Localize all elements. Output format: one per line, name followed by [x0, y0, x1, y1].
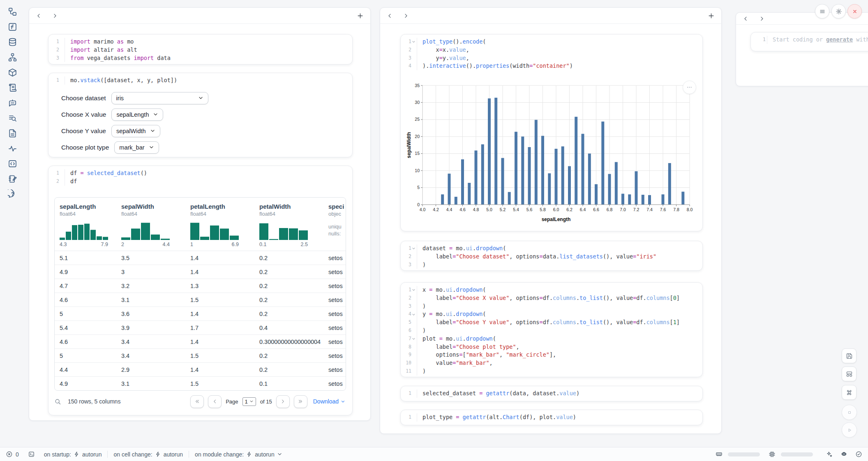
- cell-empty-scratch[interactable]: 1 Start coding or generate with: [750, 32, 868, 51]
- code-editor[interactable]: 1selected_dataset = getattr(data, datase…: [401, 386, 702, 401]
- code-line[interactable]: 8 label="Choose plot type",: [401, 343, 702, 351]
- download-button[interactable]: Download: [313, 398, 345, 405]
- column-header-speci[interactable]: speciobjecuniqunulls:: [328, 203, 346, 251]
- code-editor[interactable]: 1import marimo as mo2import altair as al…: [48, 35, 352, 65]
- first-page-button[interactable]: [190, 395, 204, 408]
- cell-chart[interactable]: 1plot_type().encode(2 x=x.value,3 y=y.va…: [400, 34, 703, 231]
- code-line[interactable]: 3 y=y.value,: [401, 54, 702, 62]
- scratchpad-icon[interactable]: [8, 174, 17, 184]
- table-row[interactable]: 4.63.11.50.2setos: [55, 293, 346, 307]
- table-row[interactable]: 4.63.41.40.30000000000000004setos: [55, 335, 346, 349]
- y-value-select[interactable]: sepalWidth: [111, 125, 160, 137]
- code-editor[interactable]: 1df = selected_dataset()2df: [48, 166, 352, 189]
- collapse-left-button[interactable]: [387, 13, 393, 19]
- packages-icon[interactable]: [8, 68, 17, 77]
- altair-bar-chart[interactable]: 4.04.24.44.64.85.05.25.45.65.86.06.26.46…: [406, 80, 696, 224]
- last-page-button[interactable]: [294, 395, 307, 408]
- cell-xy-plot-dropdowns[interactable]: 1x = mo.ui.dropdown(2 label="Choose X va…: [400, 282, 703, 377]
- save-button[interactable]: [842, 348, 856, 363]
- tracebacks-icon[interactable]: [8, 113, 17, 123]
- cell-plot-type[interactable]: 1plot_type = getattr(alt.Chart(df), plot…: [400, 410, 703, 425]
- fold-chevron-icon[interactable]: [412, 337, 416, 341]
- code-line[interactable]: 1selected_dataset = getattr(data, datase…: [401, 390, 702, 398]
- prev-page-button[interactable]: [208, 395, 222, 408]
- documentation-icon[interactable]: [8, 129, 17, 138]
- code-editor[interactable]: 1plot_type().encode(2 x=x.value,3 y=y.va…: [401, 35, 702, 74]
- functions-icon[interactable]: [8, 22, 17, 32]
- autorun-config-item[interactable]: on cell change:autorun: [113, 451, 183, 458]
- ai-sparkles-icon[interactable]: [826, 451, 833, 458]
- collapse-right-button[interactable]: [52, 13, 58, 19]
- fold-chevron-icon[interactable]: [412, 288, 416, 292]
- column-header-petalWidth[interactable]: petalWidthfloat640.12.5: [259, 203, 328, 251]
- layout-button[interactable]: [842, 366, 856, 381]
- ai-chat-icon[interactable]: [8, 98, 17, 108]
- file-tree-icon[interactable]: [8, 7, 17, 16]
- table-row[interactable]: 53.41.50.2setos: [55, 349, 346, 363]
- code-line[interactable]: 2 label="Choose dataset", options=data.l…: [401, 253, 702, 261]
- code-line[interactable]: 11): [401, 367, 702, 376]
- code-line[interactable]: 4).interactive().properties(width="conta…: [401, 62, 702, 70]
- column-header-sepalLength[interactable]: sepalLengthfloat644.37.9: [60, 203, 121, 251]
- autorun-config-item[interactable]: on startup:autorun: [44, 451, 102, 458]
- code-editor[interactable]: 1x = mo.ui.dropdown(2 label="Choose X va…: [401, 283, 702, 377]
- code-line[interactable]: 10 value="mark_bar",: [401, 359, 702, 367]
- code-line[interactable]: 1dataset = mo.ui.dropdown(: [401, 244, 702, 253]
- search-icon[interactable]: [54, 398, 61, 405]
- terminal-icon[interactable]: [28, 451, 35, 458]
- code-line[interactable]: 9 options=["mark_bar", "mark_circle"],: [401, 351, 702, 359]
- code-line[interactable]: 2df: [48, 177, 352, 186]
- code-line[interactable]: 6): [401, 327, 702, 335]
- cell-imports[interactable]: 1import marimo as mo2import altair as al…: [48, 34, 353, 65]
- table-row[interactable]: 5.43.91.70.4setos: [55, 321, 346, 335]
- dataset-select[interactable]: iris: [111, 92, 208, 104]
- code-editor[interactable]: 1plot_type = getattr(alt.Chart(df), plot…: [401, 410, 702, 425]
- table-row[interactable]: 5.13.51.40.2setos: [55, 251, 346, 265]
- table-row[interactable]: 4.42.91.40.2setos: [55, 363, 346, 377]
- fold-chevron-icon[interactable]: [412, 247, 416, 250]
- new-cell-button[interactable]: [357, 12, 364, 19]
- copilot-icon[interactable]: [840, 451, 847, 458]
- variables-icon[interactable]: [8, 144, 17, 153]
- collapse-right-button[interactable]: [403, 13, 409, 19]
- stop-button[interactable]: [842, 405, 857, 420]
- code-line[interactable]: 1plot_type().encode(: [401, 38, 702, 46]
- code-line[interactable]: 3): [401, 261, 702, 269]
- errors-icon[interactable]: [6, 451, 13, 458]
- code-line[interactable]: 1plot_type = getattr(alt.Chart(df), plot…: [401, 413, 702, 422]
- code-line[interactable]: 1 Start coding or generate with: [751, 36, 868, 44]
- code-line[interactable]: 1import marimo as mo: [48, 38, 352, 46]
- logs-icon[interactable]: [8, 83, 17, 92]
- cell-dataframe[interactable]: 1df = selected_dataset()2df sepalLengthf…: [48, 166, 353, 415]
- next-page-button[interactable]: [276, 395, 290, 408]
- cell-selected-dataset[interactable]: 1selected_dataset = getattr(data, datase…: [400, 386, 703, 401]
- column-header-petalLength[interactable]: petalLengthfloat6416.9: [190, 203, 259, 251]
- new-cell-button[interactable]: [708, 12, 715, 19]
- shutdown-button[interactable]: [847, 4, 862, 18]
- fold-chevron-icon[interactable]: [412, 313, 416, 316]
- table-row[interactable]: 4.73.21.30.2setos: [55, 279, 346, 293]
- plot-type-select[interactable]: mark_bar: [114, 141, 159, 154]
- collapse-right-button[interactable]: [759, 16, 765, 22]
- dependencies-icon[interactable]: [8, 53, 17, 62]
- snippets-icon[interactable]: [8, 159, 17, 168]
- datasources-icon[interactable]: [8, 37, 17, 47]
- code-line[interactable]: 5 label="Choose Y value", options=df.col…: [401, 318, 702, 327]
- code-line[interactable]: 1mo.vstack([dataset, x, y, plot]): [48, 76, 352, 85]
- code-editor[interactable]: 1mo.vstack([dataset, x, y, plot]): [48, 73, 352, 88]
- table-row[interactable]: 4.93.11.50.1setos: [55, 377, 346, 390]
- code-line[interactable]: 1df = selected_dataset(): [48, 169, 352, 177]
- code-line[interactable]: 2 label="Choose X value", options=df.col…: [401, 294, 702, 302]
- cell-vstack[interactable]: 1mo.vstack([dataset, x, y, plot]) Choose…: [48, 73, 353, 157]
- collapse-left-button[interactable]: [743, 16, 749, 22]
- table-row[interactable]: 53.61.40.2setos: [55, 307, 346, 321]
- run-button[interactable]: [842, 422, 857, 438]
- code-line[interactable]: 2 x=x.value,: [401, 46, 702, 54]
- code-line[interactable]: 3from vega_datasets import data: [48, 54, 352, 62]
- fold-chevron-icon[interactable]: [412, 40, 416, 44]
- autorun-config-item[interactable]: on module change:autorun: [195, 451, 282, 458]
- menu-button[interactable]: [815, 4, 829, 18]
- code-line[interactable]: 4y = mo.ui.dropdown(: [401, 310, 702, 318]
- code-line[interactable]: 3): [401, 302, 702, 311]
- chart-actions-button[interactable]: [683, 81, 696, 94]
